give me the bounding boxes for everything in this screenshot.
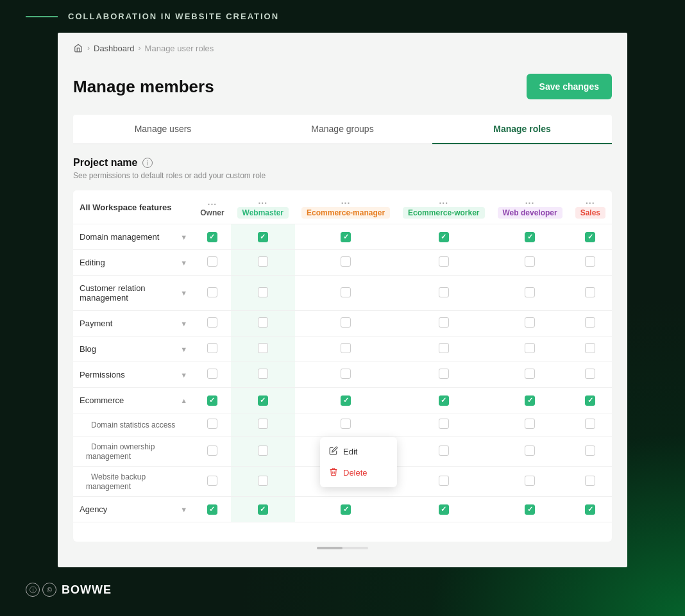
context-edit[interactable]: Edit <box>320 441 397 462</box>
checkbox-website-backup-ecommerce-worker[interactable] <box>439 476 449 486</box>
cell-crm-sales <box>569 276 612 311</box>
tab-manage-roles[interactable]: Manage roles <box>432 115 612 144</box>
table-row-spacer <box>73 522 612 542</box>
checkbox-domain-statistics-ecommerce-worker[interactable] <box>439 419 449 429</box>
checkbox-domain-management-ecommerce-worker[interactable] <box>439 232 449 242</box>
scroll-thumb <box>317 547 342 549</box>
checkbox-permissions-owner[interactable] <box>207 369 217 379</box>
checkbox-editing-webmaster[interactable] <box>258 256 268 267</box>
context-delete[interactable]: Delete <box>320 462 397 483</box>
checkbox-permissions-webmaster[interactable] <box>258 369 268 379</box>
checkbox-payment-ecommerce-manager[interactable] <box>341 317 351 328</box>
checkbox-agency-sales[interactable] <box>585 504 595 515</box>
checkbox-crm-ecommerce-worker[interactable] <box>439 287 449 297</box>
checkbox-domain-ownership-ecommerce-worker[interactable] <box>439 445 449 456</box>
checkbox-agency-webmaster[interactable] <box>258 504 268 515</box>
checkbox-editing-sales[interactable] <box>585 256 595 267</box>
checkbox-permissions-sales[interactable] <box>585 369 595 379</box>
checkbox-domain-statistics-owner[interactable] <box>207 419 217 429</box>
checkbox-blog-ecommerce-manager[interactable] <box>341 343 351 353</box>
checkbox-ecommerce-sales[interactable] <box>585 395 595 406</box>
checkbox-domain-statistics-sales[interactable] <box>585 419 595 429</box>
row-label-editing[interactable]: Editing▼ <box>80 255 187 270</box>
checkbox-domain-ownership-webmaster[interactable] <box>258 445 268 456</box>
context-menu: Edit Delete <box>320 437 397 487</box>
checkbox-blog-webmaster[interactable] <box>258 343 268 353</box>
cell-domain-management-sales <box>569 224 612 250</box>
checkbox-blog-ecommerce-worker[interactable] <box>439 343 449 353</box>
project-name-label: Project name <box>73 157 137 169</box>
save-button[interactable]: Save changes <box>527 74 612 99</box>
home-icon[interactable] <box>73 43 83 53</box>
checkbox-crm-sales[interactable] <box>585 287 595 297</box>
checkbox-crm-webmaster[interactable] <box>258 287 268 297</box>
row-label-ecommerce[interactable]: Ecommerce▲ <box>80 393 187 408</box>
checkbox-payment-webmaster[interactable] <box>258 317 268 328</box>
cell-blog-ecommerce-manager <box>295 337 396 362</box>
checkbox-domain-statistics-webmaster[interactable] <box>258 419 268 429</box>
checkbox-editing-ecommerce-worker[interactable] <box>439 256 449 267</box>
checkbox-agency-ecommerce-manager[interactable] <box>341 504 351 515</box>
checkbox-crm-ecommerce-manager[interactable] <box>341 287 351 297</box>
checkbox-permissions-ecommerce-worker[interactable] <box>439 369 449 379</box>
row-label-agency[interactable]: Agency▼ <box>80 502 187 517</box>
checkbox-domain-ownership-sales[interactable] <box>585 445 595 456</box>
checkbox-editing-ecommerce-manager[interactable] <box>341 256 351 267</box>
checkbox-domain-management-owner[interactable] <box>207 232 217 242</box>
tab-manage-groups[interactable]: Manage groups <box>253 115 432 144</box>
row-label-permissions[interactable]: Permissions▼ <box>80 367 187 382</box>
checkbox-payment-web-developer[interactable] <box>525 317 535 328</box>
checkbox-crm-web-developer[interactable] <box>525 287 535 297</box>
checkbox-domain-ownership-owner[interactable] <box>207 445 217 456</box>
ecommerce-worker-dots[interactable]: ... <box>439 196 448 206</box>
web-developer-dots[interactable]: ... <box>525 196 535 206</box>
checkbox-agency-owner[interactable] <box>207 504 217 515</box>
checkbox-domain-statistics-web-developer[interactable] <box>525 419 535 429</box>
row-label-blog[interactable]: Blog▼ <box>80 342 187 356</box>
cell-editing-ecommerce-manager <box>295 250 396 276</box>
checkbox-ecommerce-ecommerce-manager[interactable] <box>341 395 351 406</box>
checkbox-agency-web-developer[interactable] <box>525 504 535 515</box>
row-label-payment[interactable]: Payment▼ <box>80 316 187 331</box>
row-label-domain-management[interactable]: Domain management▼ <box>80 229 187 244</box>
checkbox-website-backup-webmaster[interactable] <box>258 476 268 486</box>
owner-dots[interactable]: ... <box>208 197 217 207</box>
checkbox-editing-web-developer[interactable] <box>525 256 535 267</box>
checkbox-domain-management-sales[interactable] <box>585 232 595 242</box>
checkbox-domain-ownership-web-developer[interactable] <box>525 445 535 456</box>
cell-blog-web-developer <box>491 337 569 362</box>
checkbox-agency-ecommerce-worker[interactable] <box>439 504 449 515</box>
checkbox-permissions-web-developer[interactable] <box>525 369 535 379</box>
webmaster-dots[interactable]: ... <box>258 196 267 206</box>
checkbox-domain-management-web-developer[interactable] <box>525 232 535 242</box>
checkbox-website-backup-owner[interactable] <box>207 476 217 486</box>
ecommerce-manager-dots[interactable]: ... <box>341 196 351 206</box>
table-row: Ecommerce▲ <box>73 388 612 413</box>
checkbox-website-backup-sales[interactable] <box>585 476 595 486</box>
checkbox-permissions-ecommerce-manager[interactable] <box>341 369 351 379</box>
checkbox-blog-sales[interactable] <box>585 343 595 353</box>
checkbox-payment-owner[interactable] <box>207 317 217 328</box>
info-icon[interactable]: i <box>142 158 153 168</box>
checkbox-website-backup-web-developer[interactable] <box>525 476 535 486</box>
breadcrumb-dashboard[interactable]: Dashboard <box>94 44 135 53</box>
sales-dots[interactable]: ... <box>586 196 595 206</box>
checkbox-payment-ecommerce-worker[interactable] <box>439 317 449 328</box>
checkbox-ecommerce-owner[interactable] <box>207 395 217 406</box>
all-features-header: All Workspace features <box>73 190 194 224</box>
checkbox-blog-web-developer[interactable] <box>525 343 535 353</box>
checkbox-crm-owner[interactable] <box>207 287 217 297</box>
checkbox-payment-sales[interactable] <box>585 317 595 328</box>
checkbox-editing-owner[interactable] <box>207 256 217 267</box>
row-label-crm[interactable]: Customer relation management▼ <box>80 281 187 305</box>
checkbox-domain-management-ecommerce-manager[interactable] <box>341 232 351 242</box>
checkbox-domain-management-webmaster[interactable] <box>258 232 268 242</box>
checkbox-ecommerce-webmaster[interactable] <box>258 395 268 406</box>
checkbox-blog-owner[interactable] <box>207 343 217 353</box>
checkbox-domain-statistics-ecommerce-manager[interactable] <box>341 419 351 429</box>
scroll-indicator[interactable] <box>317 547 368 549</box>
checkbox-ecommerce-web-developer[interactable] <box>525 395 535 406</box>
tab-manage-users[interactable]: Manage users <box>73 115 253 144</box>
table-row: Domain statistics access <box>73 413 612 437</box>
checkbox-ecommerce-ecommerce-worker[interactable] <box>439 395 449 406</box>
